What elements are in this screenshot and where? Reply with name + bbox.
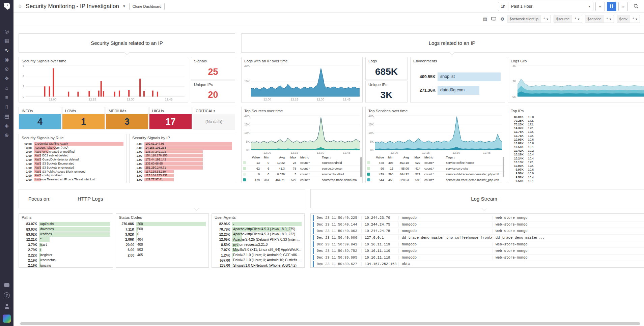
top-ip-row[interactable]: 9.51K 10.4 <box>509 175 644 179</box>
toplist-row[interactable]: 2.00 136.37.249.102 <box>130 150 232 154</box>
notebooks-icon[interactable]: ▯ <box>3 104 11 109</box>
top-sources-area-chart[interactable]: 0K5K10K15K20K12:0012:1512:3012:45 <box>242 114 362 154</box>
toplist-row[interactable]: 82.96K - <box>213 221 302 227</box>
top-ip-row[interactable]: 70.23K 172. <box>509 122 644 126</box>
toplist-row[interactable]: 8.59K python-requests/2.21.0 <box>213 242 302 247</box>
log-row[interactable]: Dec 23 11:50:40.063 10.244.24.75 mongodb… <box>311 228 644 235</box>
variable-chevron-icon[interactable]: ▾ <box>636 17 637 21</box>
dashboards-icon[interactable]: ▦ <box>3 38 11 43</box>
group-header-logs[interactable]: Logs related to an IP <box>241 33 644 53</box>
pause-button[interactable] <box>607 2 616 11</box>
toplist-row[interactable]: 83.03K /favorites <box>20 227 110 232</box>
widget-severity-highs[interactable]: HIGHs 17 <box>149 107 192 129</box>
top-ip-row[interactable]: 9.56K 10.9 <box>509 172 644 175</box>
shortcuts-icon[interactable]: ▤ <box>483 17 487 22</box>
toplist-row[interactable]: 70.78K Apache-HttpClient/4.5.3 (Java/1.8… <box>213 227 302 232</box>
datadog-logo-icon[interactable] <box>2 2 11 12</box>
toplist-row[interactable]: 276.08K 200 <box>117 221 206 227</box>
table-row[interactable]: 62 6 41.3 78 count:* source:browser <box>242 166 362 172</box>
table-row[interactable]: 478 403 463.18 527 count:* service:coffe… <box>366 160 505 166</box>
widget-logs-over-time[interactable]: Logs with an IP over time 10K20K12:0012:… <box>241 57 363 102</box>
logs-groups-area-chart[interactable]: 0K2K4K <box>509 64 644 101</box>
col-avg[interactable]: Avg <box>393 156 409 159</box>
horizontal-scrollbar[interactable] <box>20 322 640 325</box>
toplist-row[interactable]: 7.11K 500 <box>117 227 206 232</box>
group-header-log-stream[interactable]: Log Stream <box>310 189 644 208</box>
top-ip-row[interactable]: 12.74K 172. <box>509 134 644 138</box>
widget-environments[interactable]: Environments 409.55K shop.ist <box>410 57 505 102</box>
toplist-row[interactable]: 1.00 122.77.97.41 <box>130 178 232 182</box>
toplist-row[interactable]: 1.00 AWS config modified <box>20 174 123 178</box>
col-value[interactable]: Value <box>248 156 260 159</box>
col-avg[interactable]: Avg <box>269 156 285 159</box>
service-map-icon[interactable]: ❖ <box>3 76 11 81</box>
toplist-row[interactable]: 1.24K Dalvik/2.1.0 (Linux; U; Android 9;… <box>213 253 302 258</box>
toplist-row[interactable]: 587.00 Dalvik/2.1.0 (Linux; U; Android 1… <box>213 258 302 263</box>
metrics-icon[interactable]: ∿ <box>3 48 11 53</box>
table-scrollbar[interactable] <box>360 157 362 177</box>
col-tags-sort[interactable]: Tags ↓ <box>319 156 361 159</box>
toplist-row[interactable]: 3.92K 0 <box>117 232 206 237</box>
toplist-row[interactable]: 3.00 109.61.247.93 <box>130 142 232 146</box>
col-max[interactable]: Max <box>409 156 420 159</box>
col-tags-sort[interactable]: Tags ↓ <box>443 156 503 159</box>
toplist-row[interactable]: 3.00 14.156.106.233 <box>130 146 232 150</box>
top-ip-row[interactable]: 14.37K 172. <box>509 126 644 130</box>
toplist-row[interactable]: 2.00 154.118.176.156 <box>130 154 232 158</box>
col-min[interactable]: Min <box>384 156 393 159</box>
col-min[interactable]: Min <box>260 156 269 159</box>
time-forward-button[interactable]: » <box>618 2 628 11</box>
toplist-row[interactable]: 83.07K /api/auth/ <box>20 221 110 227</box>
toplist-row[interactable]: 1.00 AWS S3 Buckets Enumerated <box>20 162 123 166</box>
widget-severity-infos[interactable]: INFOs 4 <box>19 107 61 129</box>
top-ip-row[interactable]: 10.13K 172. <box>509 160 644 164</box>
top-ip-row[interactable]: 10.56K 10.1 <box>509 145 644 149</box>
col-value[interactable]: Value <box>372 156 384 159</box>
top-ip-row[interactable]: 70.25K 172. <box>509 119 644 122</box>
variable-value[interactable]: * <box>607 17 608 21</box>
log-row[interactable]: Dec 23 11:50:39.841 10.16.11.119 mongodb… <box>311 241 644 248</box>
widget-signals-by-rule[interactable]: Security Signals by Rule 12.00 Credentia… <box>19 134 127 183</box>
group-header-security-signals[interactable]: Security Signals related to an IP <box>19 33 235 53</box>
toplist-row[interactable]: 7.07K Mozilla/5.0 (X11; Linux x86_64) Ap… <box>213 247 302 253</box>
clone-dashboard-button[interactable]: Clone Dashboard <box>129 3 165 10</box>
group-header-focus[interactable]: Focus on: HTTP Logs <box>19 189 305 208</box>
environment-row[interactable]: 409.55K shop.ist <box>412 70 501 84</box>
toplist-row[interactable]: 2.79K / <box>20 247 110 253</box>
error-tracking-icon[interactable]: ⊘ <box>3 66 11 71</box>
watchdog-icon[interactable]: ◎ <box>3 29 11 34</box>
toplist-row[interactable]: 1.00 AWS EC2 subnet deleted <box>20 154 123 158</box>
environment-row[interactable]: 271.36K datad0g.com <box>412 84 501 97</box>
widget-security-signals-over-time[interactable]: Security Signals over time 024612:0012:1… <box>19 57 188 102</box>
toplist-row[interactable]: 2.00 233.60.68.65 <box>130 162 232 166</box>
apm-icon[interactable]: ◉ <box>3 57 11 62</box>
toplist-row[interactable]: 2.00 AWS VPC created or modified <box>20 150 123 154</box>
toplist-row[interactable]: 2.19K /contactus <box>20 258 110 263</box>
toplist-row[interactable]: 235.00 Shopist/1.0 CFNetwork (iPhone; iO… <box>213 263 302 267</box>
top-services-area-chart[interactable]: 0K5K10K15K20K12:0012:1512:3012:45 <box>366 114 504 154</box>
infrastructure-icon[interactable]: ⌂ <box>3 85 11 90</box>
log-row[interactable]: Dec 23 11:50:40.225 10.244.23.79 mongodb… <box>311 215 644 221</box>
top-ip-row[interactable]: 83.01K 10.8 <box>509 115 644 119</box>
logs-icon[interactable]: ▤ <box>3 114 11 119</box>
toplist-row[interactable]: 1.00 117.128.33.130 <box>130 170 232 174</box>
col-max[interactable]: Max <box>285 156 296 159</box>
top-ip-row[interactable]: 10.00K 172. <box>509 164 644 168</box>
toplist-row[interactable]: 3.00 Account Take Over (ATO) <box>20 146 123 150</box>
toplist-row[interactable]: 6.00 503 <box>117 247 206 253</box>
toplist-row[interactable]: 2.22K /register <box>20 253 110 258</box>
toplist-row[interactable]: 2.00 405 <box>117 253 206 258</box>
top-ip-row[interactable]: 12.75K 172. <box>509 130 644 134</box>
widget-top-ips[interactable]: Top IPs 83.01K 10.8 70.25K 172. <box>508 107 644 183</box>
log-row[interactable]: Dec 23 11:50:40.000 127.0.0.1 dd-trace-d… <box>311 235 644 241</box>
time-range-selector[interactable]: 1h Past 1 Hour ▾ <box>498 2 593 11</box>
log-row[interactable]: Dec 23 11:50:39.627 134.167.252.168 okta <box>311 261 644 268</box>
favorite-star-icon[interactable]: ☆ <box>18 3 22 9</box>
table-scrollbar[interactable] <box>503 157 504 177</box>
template-variable-chip[interactable]: $service * ▾ <box>585 15 614 23</box>
widget-signals-count[interactable]: Signals 25 <box>191 57 235 80</box>
template-variable-chip[interactable]: $network.client.ip * ▾ <box>507 15 551 23</box>
toplist-row[interactable]: 1.00 AWS S3 Public Access Block removed <box>20 170 123 174</box>
variable-chevron-icon[interactable]: ▾ <box>578 17 580 21</box>
time-range-short[interactable]: 1h <box>498 2 508 11</box>
